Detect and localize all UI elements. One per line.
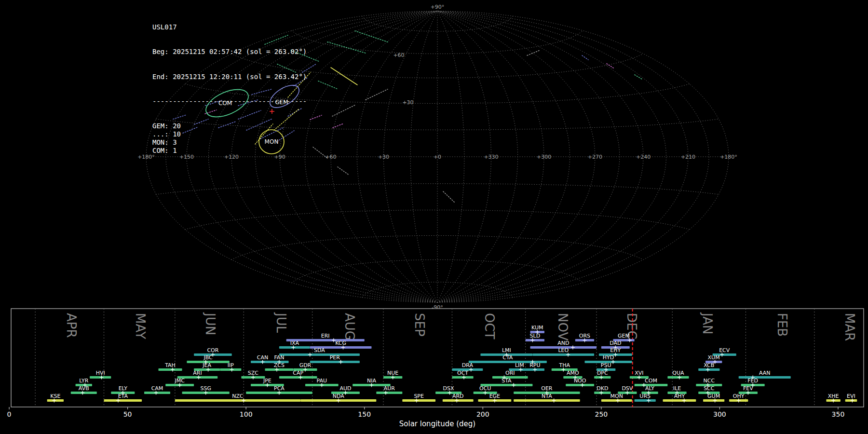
shower-code-label-FED: FED (747, 378, 758, 384)
month-label-JUN: JUN (203, 312, 217, 335)
meteor-track (331, 68, 357, 85)
shower-code-label-ALY: ALY (645, 385, 654, 392)
station-info: USL017 Beg: 20251215 02:57:42 (sol = 263… (152, 7, 307, 172)
station-id: USL017 (152, 23, 307, 31)
north-pole-label: +90° (431, 4, 445, 10)
shower-code-label-LMI: LMI (502, 347, 511, 353)
shower-code-label-URS: URS (639, 393, 651, 399)
latitude-label: +60 (393, 52, 404, 58)
shower-code-label-JBC: JBC (203, 354, 213, 361)
shower-code-label-PCA: PCA (274, 385, 285, 392)
month-label-APR: APR (64, 313, 79, 338)
grid-meridian (437, 11, 464, 302)
shower-code-label-NZC: NZC (232, 393, 244, 399)
shower-code-label-LYR: LYR (79, 378, 88, 384)
meteor-track (327, 42, 366, 53)
shower-code-label-JMC: JMC (174, 378, 185, 384)
shower-bar-AHY (663, 399, 696, 402)
shower-code-label-DSX: DSX (443, 385, 454, 392)
shower-code-label-PSU: PSU (601, 362, 611, 368)
shower-code-label-XHE: XHE (828, 393, 839, 399)
equator-lon-label: +60 (325, 154, 336, 160)
shower-code-label-FEV: FEV (743, 385, 753, 392)
meteor-track (582, 55, 588, 60)
meteor-station-summary-plot: +180°+150+120+90+60+30+0+330+300+270+240… (0, 0, 868, 434)
shower-code-label-KUM: KUM (531, 325, 543, 331)
shower-bar-ETA (104, 399, 142, 402)
shower-code-label-DSV: DSV (622, 385, 633, 392)
x-tick-label: 100 (240, 410, 253, 418)
x-tick-label: 0 (7, 410, 12, 418)
month-label-SEP: SEP (412, 313, 427, 337)
shower-code-label-OER: OER (541, 385, 553, 392)
equator-lon-label: +0 (434, 154, 441, 160)
shower-code-label-DKD: DKD (597, 385, 608, 392)
shower-code-label-AAN: AAN (759, 370, 771, 376)
shower-count-line: COM: 1 (152, 147, 307, 155)
shower-bar-AUR (376, 392, 402, 394)
shower-code-label-ARI: ARI (193, 370, 202, 376)
shower-peak-marker-NTA (552, 399, 556, 403)
equator-lon-label: +240 (636, 154, 651, 160)
shower-code-label-NDA: NDA (333, 393, 345, 399)
shower-bar-NTA (514, 399, 580, 402)
shower-code-label-CTA: CTA (502, 354, 513, 361)
shower-code-label-RPU: RPU (529, 362, 540, 368)
shower-code-label-AVB: AVB (79, 385, 89, 392)
month-label-JUL: JUL (274, 312, 288, 333)
shower-bar-NOO (566, 384, 594, 386)
shower-code-label-NUE: NUE (387, 370, 398, 376)
shower-code-label-ORS: ORS (579, 333, 590, 339)
x-tick-label: 50 (123, 410, 132, 418)
meteor-track (527, 50, 540, 55)
shower-code-label-JEA: JEA (202, 362, 211, 368)
shower-code-label-FAN: FAN (274, 354, 284, 361)
equator-lon-label: +30 (378, 154, 389, 160)
meteor-track (355, 31, 388, 42)
shower-code-label-HYD: HYD (603, 354, 614, 361)
x-tick-label: 150 (358, 410, 371, 418)
shower-code-label-ECV: ECV (719, 347, 730, 353)
activity-timeline-chart: APRMAYJUNJULAUGSEPOCTNOVDECJANFEBMARKUME… (0, 308, 868, 434)
shower-code-label-TAH: TAH (164, 362, 176, 368)
shower-code-label-OCU: OCU (479, 385, 491, 392)
equator-lon-label: +180° (720, 154, 737, 160)
shower-code-label-DAD: DAD (610, 340, 621, 346)
shower-code-label-AHY: AHY (674, 393, 685, 399)
shower-code-label-NTA: NTA (542, 393, 552, 399)
meteor-track (607, 64, 613, 68)
month-label-MAR: MAR (842, 313, 857, 341)
shower-bar-CAP (279, 376, 317, 379)
shower-code-label-LEO: LEO (558, 347, 569, 353)
shower-bar-AAN (739, 376, 791, 379)
shower-count-line: GEM: 20 (152, 122, 307, 130)
shower-code-label-SZC: SZC (248, 370, 259, 376)
meteor-track (443, 191, 455, 203)
shower-code-label-AMO: AMO (567, 370, 579, 376)
shower-count-line: ...: 10 (152, 130, 307, 138)
meteor-track (338, 167, 349, 175)
shower-code-label-THA: THA (558, 362, 570, 368)
shower-code-label-OCT: OCT (457, 370, 468, 376)
shower-bar-LEO (532, 353, 594, 356)
shower-code-label-COM: COM (645, 378, 657, 384)
shower-code-label-GEM: GEM (618, 333, 630, 339)
grid-meridian (437, 11, 595, 302)
shower-code-label-SPE: SPE (414, 393, 424, 399)
shower-code-label-AUR: AUR (384, 385, 395, 392)
meteor-track (332, 105, 355, 116)
shower-code-label-EVI: EVI (847, 393, 855, 399)
shower-code-label-ETA: ETA (118, 393, 128, 399)
x-tick-label: 350 (832, 410, 845, 418)
sky-map: +180°+150+120+90+60+30+0+330+300+270+240… (0, 0, 868, 308)
shower-code-label-ERI: ERI (321, 333, 330, 339)
separator-line: -------------------------------------- (152, 97, 307, 106)
month-label-NOV: NOV (556, 313, 570, 340)
shower-bar-PER (310, 361, 360, 363)
month-label-AUG: AUG (342, 313, 357, 340)
shower-code-label-SDA: SDA (314, 347, 325, 353)
shower-code-label-HVI: HVI (96, 370, 105, 376)
meteor-track (333, 123, 344, 128)
shower-code-label-STA: STA (502, 378, 512, 384)
shower-code-label-JPE: JPE (263, 378, 271, 384)
